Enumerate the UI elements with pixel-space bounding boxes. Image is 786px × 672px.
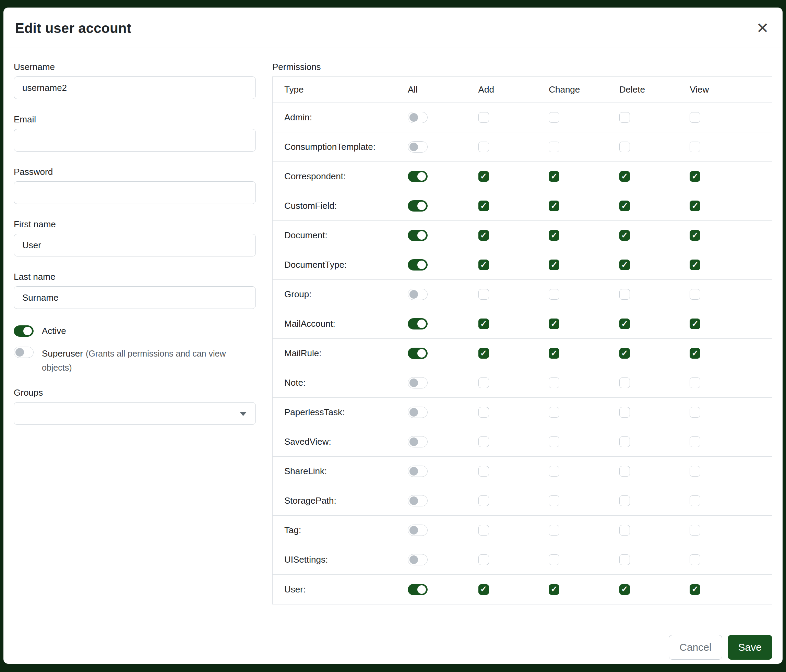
delete-checkbox[interactable] [619,584,630,595]
add-checkbox[interactable] [478,171,489,182]
change-checkbox[interactable] [549,436,559,447]
all-toggle[interactable] [408,230,428,241]
email-input[interactable] [14,129,256,152]
view-checkbox[interactable] [690,230,700,241]
view-checkbox[interactable] [690,554,700,565]
view-checkbox[interactable] [690,201,700,211]
password-input[interactable] [14,181,256,204]
add-checkbox[interactable] [478,436,489,447]
add-checkbox[interactable] [478,377,489,388]
all-toggle[interactable] [408,436,428,447]
add-checkbox[interactable] [478,407,489,418]
username-input[interactable] [14,77,256,99]
all-toggle[interactable] [408,495,428,506]
close-icon[interactable]: ✕ [754,20,771,36]
change-checkbox[interactable] [549,259,559,270]
view-checkbox[interactable] [690,525,700,535]
delete-checkbox[interactable] [619,230,630,241]
delete-checkbox[interactable] [619,554,630,565]
all-toggle[interactable] [408,348,428,359]
add-checkbox[interactable] [478,289,489,300]
add-checkbox[interactable] [478,466,489,477]
delete-checkbox[interactable] [619,466,630,477]
all-toggle[interactable] [408,200,428,212]
view-checkbox[interactable] [690,584,700,595]
add-checkbox[interactable] [478,495,489,506]
add-checkbox[interactable] [478,259,489,270]
view-checkbox[interactable] [690,112,700,123]
change-checkbox[interactable] [549,319,559,329]
view-checkbox[interactable] [690,348,700,359]
all-toggle[interactable] [408,318,428,330]
add-checkbox[interactable] [478,319,489,329]
delete-checkbox[interactable] [619,319,630,329]
all-toggle[interactable] [408,259,428,270]
all-toggle[interactable] [408,407,428,418]
permissions-rows: Admin:ConsumptionTemplate:Correspondent:… [273,103,772,604]
change-checkbox[interactable] [549,348,559,359]
cancel-button[interactable]: Cancel [669,635,722,659]
all-toggle[interactable] [408,466,428,477]
add-checkbox[interactable] [478,230,489,241]
change-checkbox[interactable] [549,377,559,388]
delete-checkbox[interactable] [619,141,630,152]
add-checkbox[interactable] [478,348,489,359]
first-name-input[interactable] [14,234,256,256]
delete-checkbox[interactable] [619,112,630,123]
view-checkbox[interactable] [690,466,700,477]
add-checkbox[interactable] [478,525,489,535]
all-toggle[interactable] [408,289,428,300]
view-checkbox[interactable] [690,377,700,388]
all-toggle[interactable] [408,112,428,123]
view-checkbox[interactable] [690,436,700,447]
delete-checkbox[interactable] [619,436,630,447]
view-checkbox[interactable] [690,289,700,300]
view-checkbox[interactable] [690,141,700,152]
change-checkbox[interactable] [549,171,559,182]
active-toggle[interactable] [14,325,34,337]
change-checkbox[interactable] [549,407,559,418]
superuser-toggle[interactable] [14,347,34,358]
add-checkbox[interactable] [478,201,489,211]
change-checkbox[interactable] [549,289,559,300]
delete-checkbox[interactable] [619,201,630,211]
groups-select[interactable] [14,402,256,425]
all-toggle[interactable] [408,141,428,152]
delete-checkbox[interactable] [619,407,630,418]
all-toggle[interactable] [408,171,428,182]
all-toggle[interactable] [408,377,428,388]
change-checkbox[interactable] [549,554,559,565]
change-checkbox[interactable] [549,466,559,477]
save-button[interactable]: Save [728,635,772,659]
change-checkbox[interactable] [549,525,559,535]
change-checkbox[interactable] [549,112,559,123]
last-name-input[interactable] [14,286,256,309]
delete-checkbox[interactable] [619,525,630,535]
view-checkbox[interactable] [690,259,700,270]
change-checkbox[interactable] [549,141,559,152]
modal-body: Username Email Password First name Last … [3,48,783,630]
delete-checkbox[interactable] [619,377,630,388]
all-toggle[interactable] [408,584,428,595]
add-checkbox[interactable] [478,112,489,123]
add-checkbox[interactable] [478,141,489,152]
view-checkbox[interactable] [690,171,700,182]
delete-checkbox[interactable] [619,171,630,182]
change-checkbox[interactable] [549,230,559,241]
permission-row: UISettings: [273,545,772,575]
delete-checkbox[interactable] [619,348,630,359]
change-checkbox[interactable] [549,584,559,595]
delete-checkbox[interactable] [619,495,630,506]
add-checkbox[interactable] [478,584,489,595]
view-checkbox[interactable] [690,407,700,418]
all-toggle[interactable] [408,524,428,536]
add-checkbox[interactable] [478,554,489,565]
delete-checkbox[interactable] [619,259,630,270]
toggle-knob [409,438,418,446]
change-checkbox[interactable] [549,495,559,506]
delete-checkbox[interactable] [619,289,630,300]
change-checkbox[interactable] [549,201,559,211]
view-checkbox[interactable] [690,319,700,329]
view-checkbox[interactable] [690,495,700,506]
all-toggle[interactable] [408,554,428,565]
